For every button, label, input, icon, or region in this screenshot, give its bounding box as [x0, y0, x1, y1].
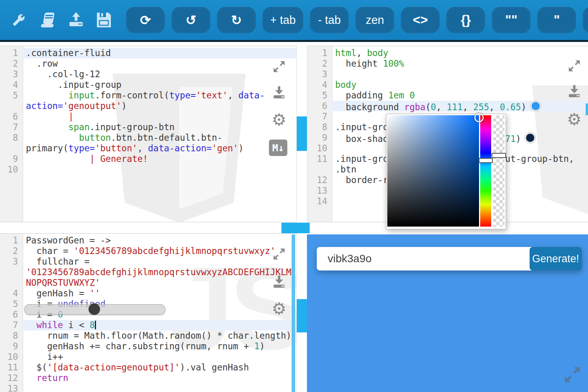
alpha-strip[interactable]	[493, 115, 505, 227]
markdown-download-badge[interactable]: M↓	[269, 140, 287, 156]
line-number: 14	[307, 196, 332, 207]
code-line: NOPQRSTUVWXYZ'	[0, 278, 296, 288]
code-line: 11 $('[data-action=genoutput]').val genH…	[0, 362, 296, 373]
vertical-splitter-handle-top[interactable]	[297, 116, 307, 151]
code-line: 6 background rgba(0, 111, 255, 0.65)	[307, 101, 588, 111]
slider-knob[interactable]	[89, 303, 100, 315]
code-line: 13	[0, 383, 296, 392]
js-panel-scrollbar[interactable]	[292, 234, 295, 392]
toolbar-button-add-tab[interactable]: + tab	[263, 7, 303, 33]
upload-icon[interactable]	[67, 11, 85, 29]
line-number: 12	[0, 373, 23, 383]
code-lines: 1.container-fluid2 .row3 .col-lg-124 .in…	[0, 46, 296, 175]
line-number: 7	[0, 122, 23, 132]
expand-preview-icon[interactable]	[562, 365, 583, 387]
toolbar-button-angle-brackets[interactable]: <>	[401, 7, 439, 33]
line-number: 2	[0, 246, 23, 256]
line-number: 6	[0, 111, 23, 122]
code-line: 4 .input-group	[0, 80, 296, 90]
toolbar-button-single-quote[interactable]: "	[537, 7, 576, 33]
password-output-input[interactable]	[317, 247, 532, 270]
line-number: 6	[0, 309, 23, 320]
code-line: '0123456789abcdefghijklmnopqrstuvwxyzABC…	[0, 267, 296, 278]
line-number: 10	[0, 352, 23, 362]
code-line: 12 return	[0, 373, 296, 383]
toolbar-button-curly-braces[interactable]: {}	[446, 7, 485, 33]
text-cursor	[95, 321, 96, 329]
vertical-splitter-handle-bottom[interactable]	[297, 299, 307, 332]
wrench-icon[interactable]	[10, 11, 27, 29]
hue-strip[interactable]	[480, 115, 491, 227]
code-line: 5 input.form-control(type='text', data-	[0, 90, 296, 101]
gear-icon[interactable]: ⚙	[567, 111, 582, 128]
line-number: 11	[307, 154, 332, 164]
code-line: 8 button.btn.btn-default.btn-	[0, 132, 296, 143]
line-number: 7	[307, 111, 332, 122]
expand-panel-icon[interactable]	[272, 59, 287, 74]
font-size-slider[interactable]	[24, 304, 165, 315]
gear-icon[interactable]: ⚙	[272, 301, 287, 317]
line-number: 2	[0, 58, 23, 69]
line-number: 13	[0, 383, 23, 392]
gear-icon[interactable]: ⚙	[272, 112, 287, 128]
line-number: 9	[307, 132, 332, 143]
saturation-value-area[interactable]	[387, 115, 479, 227]
code-line: 7 while i < 8	[0, 320, 296, 330]
toolbar-button-undo[interactable]: ↺	[172, 7, 210, 33]
code-line: 2 char = '0123456789abcdefghijklmnopqrst…	[0, 246, 296, 256]
code-line: 9 genHash += char.substring(rnum, rnum +…	[0, 341, 296, 352]
code-line: 1html, body	[307, 48, 588, 58]
hue-slider-handle[interactable]	[479, 158, 493, 163]
toolbar-button-refresh[interactable]: ⟳	[126, 7, 165, 33]
toolbar-button-remove-tab[interactable]: - tab	[310, 7, 348, 33]
password-generator-form: Generate!	[317, 247, 582, 270]
color-swatch[interactable]	[530, 101, 541, 111]
toolbar: ⟳↺↻+ tab- tabzen<>{}"""+-	[0, 0, 588, 42]
color-selection-marker[interactable]	[474, 113, 484, 122]
generate-button[interactable]: Generate!	[530, 247, 582, 270]
line-number: 8	[0, 330, 23, 341]
line-number: 11	[0, 362, 23, 373]
line-number	[0, 267, 23, 278]
toolbar-button-redo[interactable]: ↻	[217, 7, 256, 33]
line-number: 5	[0, 299, 23, 309]
download-icon[interactable]	[272, 274, 287, 289]
line-number: 10	[307, 143, 332, 154]
expand-panel-icon[interactable]	[567, 58, 582, 73]
download-icon[interactable]	[567, 83, 582, 98]
toolbar-icon-group	[0, 11, 112, 29]
code-line: 1PasswordGen = ->	[0, 235, 296, 246]
color-swatch[interactable]	[525, 132, 535, 143]
line-number: 13	[307, 185, 332, 196]
book-icon[interactable]	[38, 11, 56, 29]
alpha-slider-handle[interactable]	[492, 153, 506, 158]
save-icon[interactable]	[96, 11, 112, 29]
expand-panel-icon[interactable]	[272, 247, 287, 261]
toolbar-buttons: ⟳↺↻+ tab- tabzen<>{}"""+-	[126, 7, 588, 33]
css-panel-scrollbar[interactable]	[586, 103, 588, 115]
line-number: 10	[0, 164, 23, 175]
toolbar-button-double-quotes[interactable]: ""	[492, 7, 530, 33]
html-editor-panel[interactable]: ⚙ M↓ 1.container-fluid2 .row3 .col-lg-12…	[0, 46, 297, 222]
app-window: ⟳↺↻+ tab- tabzen<>{}"""+- ⚙ M↓ 1.contain…	[0, 0, 588, 392]
code-line: 3 .col-lg-12	[0, 69, 296, 80]
line-number: 8	[0, 132, 23, 143]
line-number: 3	[0, 69, 23, 80]
preview-output-panel: Generate!	[307, 234, 588, 392]
code-line: 2 .row	[0, 58, 296, 69]
horizontal-splitter-handle[interactable]	[281, 223, 310, 233]
code-line: 2 height 100%	[307, 58, 588, 69]
line-number	[0, 143, 23, 154]
code-line: primary(type='button', data-action='gen'…	[0, 143, 296, 154]
code-line: action='genoutput')	[0, 101, 296, 111]
code-line: 1.container-fluid	[0, 48, 296, 58]
color-picker	[386, 114, 506, 229]
toolbar-button-zen[interactable]: zen	[356, 7, 394, 33]
download-icon[interactable]	[272, 85, 287, 100]
line-number: 1	[307, 48, 332, 58]
line-number: 9	[0, 154, 23, 164]
line-number: 2	[307, 58, 332, 69]
toolbar-button-plus[interactable]: +	[583, 7, 588, 33]
line-number	[0, 101, 23, 111]
code-line: 3	[307, 69, 588, 80]
